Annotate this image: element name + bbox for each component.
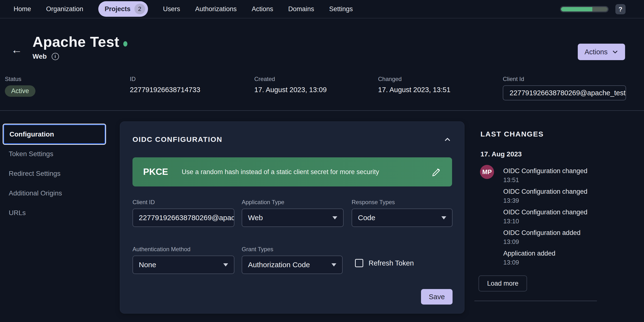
load-more-button[interactable]: Load more <box>478 276 527 292</box>
app-type-subtitle: Web <box>32 53 47 60</box>
grant-types-select[interactable]: Authorization Code <box>242 256 343 274</box>
list-item: OIDC Configuration added 13:09 <box>503 229 605 246</box>
meta-client-id: Client Id 227791926638780269@apache_test <box>503 76 626 100</box>
nav-item-organization[interactable]: Organization <box>46 5 83 13</box>
change-event: OIDC Configuration changed <box>503 167 605 175</box>
application-type-field: Application Type Web <box>242 199 344 227</box>
help-button[interactable]: ? <box>615 4 626 14</box>
application-type-value: Web <box>248 214 263 222</box>
created-label: Created <box>254 76 326 82</box>
authentication-method-label: Authentication Method <box>132 246 234 253</box>
nav-item-actions[interactable]: Actions <box>252 5 273 13</box>
header-divider <box>0 110 644 111</box>
application-type-select[interactable]: Web <box>242 209 344 227</box>
dropdown-arrow-icon <box>332 263 336 267</box>
id-value: 227791926638714733 <box>130 86 200 94</box>
sidebar-item-additional-origins[interactable]: Additional Origins <box>4 183 105 203</box>
nav-item-users[interactable]: Users <box>163 5 180 13</box>
edit-pencil-icon[interactable] <box>431 167 442 177</box>
top-nav: Home Organization Projects 2 Users Autho… <box>0 0 644 18</box>
dropdown-arrow-icon <box>332 216 337 219</box>
back-arrow-icon[interactable]: ← <box>11 43 22 56</box>
active-status-dot-icon <box>123 41 128 46</box>
changed-value: 17. August 2023, 13:51 <box>378 86 450 94</box>
avatar: MP <box>480 165 494 179</box>
client-id-input[interactable]: 227791926638780269@apache_test <box>132 209 234 227</box>
list-item: OIDC Configuration changed 13:10 <box>503 209 605 225</box>
response-types-field: Response Types Code <box>352 199 452 227</box>
nav-item-projects-label: Projects <box>104 5 130 13</box>
save-button[interactable]: Save <box>421 289 452 305</box>
status-label: Status <box>5 76 36 82</box>
response-types-value: Code <box>358 214 376 222</box>
authentication-method-field: Authentication Method None <box>132 246 234 274</box>
grant-types-label: Grant Types <box>242 246 343 253</box>
info-icon[interactable]: i <box>52 53 59 60</box>
page-title: Apache Test <box>32 33 120 50</box>
quota-progress-bar <box>560 6 608 12</box>
refresh-token-checkbox[interactable] <box>355 259 363 267</box>
grant-types-field: Grant Types Authorization Code <box>242 246 343 274</box>
quota-progress-fill <box>561 7 592 11</box>
change-event: Application added <box>503 250 605 257</box>
response-types-select[interactable]: Code <box>352 209 452 227</box>
meta-created: Created 17. August 2023, 13:09 <box>254 76 326 94</box>
dropdown-arrow-icon <box>442 216 446 219</box>
change-time: 13:51 <box>503 176 605 184</box>
meta-id: ID 227791926638714733 <box>130 76 200 94</box>
nav-item-settings[interactable]: Settings <box>329 5 353 13</box>
settings-side-menu: Configuration Token Settings Redirect Se… <box>4 124 105 223</box>
change-event: OIDC Configuration changed <box>503 209 605 216</box>
change-event: OIDC Configuration added <box>503 229 605 237</box>
list-item: Application added 13:09 <box>503 250 605 266</box>
grant-types-value: Authorization Code <box>248 261 310 269</box>
actions-menu-label: Actions <box>584 48 608 56</box>
collapse-chevron-up-icon[interactable] <box>443 135 452 144</box>
app-title-block: Apache Test Web i <box>32 33 128 60</box>
change-time: 13:09 <box>503 259 605 266</box>
dropdown-arrow-icon <box>223 263 228 267</box>
refresh-token-option[interactable]: Refresh Token <box>355 259 414 267</box>
status-badge: Active <box>5 85 36 97</box>
last-changes-date: 17. Aug 2023 <box>480 150 522 158</box>
change-event: OIDC Configuration changed <box>503 188 605 195</box>
oidc-configuration-card: OIDC CONFIGURATION PKCE Use a random has… <box>120 121 464 314</box>
client-id-field-label: Client ID <box>132 199 234 206</box>
change-time: 13:39 <box>503 197 605 204</box>
authentication-method-value: None <box>139 261 156 269</box>
projects-count-badge: 2 <box>134 4 145 14</box>
sidebar-item-configuration[interactable]: Configuration <box>4 124 105 144</box>
client-id-field: Client ID 227791926638780269@apache_test <box>132 199 234 227</box>
pkce-banner: PKCE Use a random hash instead of a stat… <box>132 157 452 186</box>
nav-item-domains[interactable]: Domains <box>288 5 314 13</box>
meta-changed: Changed 17. August 2023, 13:51 <box>378 76 450 94</box>
id-label: ID <box>130 76 200 82</box>
refresh-token-label: Refresh Token <box>368 259 414 267</box>
sidebar-item-urls[interactable]: URLs <box>4 203 105 223</box>
change-time: 13:10 <box>503 218 605 225</box>
nav-item-home[interactable]: Home <box>14 5 31 13</box>
oidc-card-title: OIDC CONFIGURATION <box>132 135 222 144</box>
nav-item-projects[interactable]: Projects 2 <box>98 1 148 17</box>
response-types-label: Response Types <box>352 199 452 206</box>
client-id-copy-field[interactable]: 227791926638780269@apache_test <box>503 85 626 100</box>
meta-status: Status Active <box>5 76 36 97</box>
changed-label: Changed <box>378 76 450 82</box>
aside-divider <box>474 301 597 301</box>
change-time: 13:09 <box>503 238 605 246</box>
sidebar-item-token-settings[interactable]: Token Settings <box>4 144 105 164</box>
actions-menu-button[interactable]: Actions <box>578 44 625 60</box>
nav-right-group: ? <box>560 0 626 18</box>
authentication-method-select[interactable]: None <box>132 256 234 274</box>
created-value: 17. August 2023, 13:09 <box>254 86 326 94</box>
client-id-label: Client Id <box>503 76 626 82</box>
list-item: OIDC Configuration changed 13:39 <box>503 188 605 204</box>
nav-item-authorizations[interactable]: Authorizations <box>195 5 236 13</box>
application-type-label: Application Type <box>242 199 344 206</box>
sidebar-item-redirect-settings[interactable]: Redirect Settings <box>4 164 105 183</box>
list-item: OIDC Configuration changed 13:51 <box>503 167 605 184</box>
pkce-description: Use a random hash instead of a static cl… <box>182 168 418 176</box>
changes-list: OIDC Configuration changed 13:51 OIDC Co… <box>503 167 605 270</box>
chevron-down-icon <box>612 49 618 55</box>
last-changes-title: LAST CHANGES <box>480 130 544 138</box>
